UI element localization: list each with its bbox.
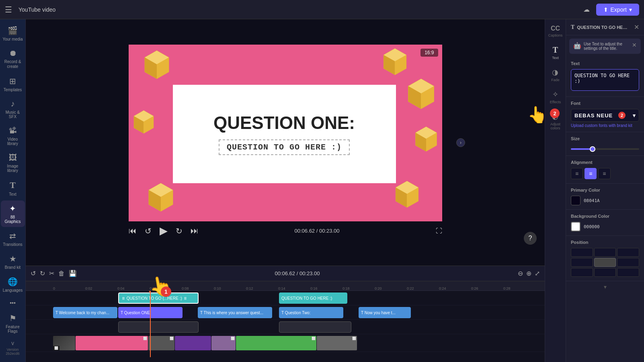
align-center-button[interactable]: ≡ [585, 168, 597, 179]
clip-whitebox-2[interactable] [279, 321, 351, 333]
adjust-colors-icon-item[interactable]: ◐ Adjustcolors [549, 110, 562, 133]
effects-icon-item[interactable]: ✧ Effects [548, 88, 562, 106]
pos-bot-left[interactable] [571, 268, 593, 277]
clip-whitebox-1[interactable] [118, 321, 199, 333]
font-selector[interactable]: BEBAS NEUE 2 ▾ [571, 109, 639, 122]
position-label: Position [571, 240, 639, 245]
track-row-video: ⬜ ⬜ ⬜ ⬜ [26, 334, 545, 352]
clip-now-you-have[interactable]: T Now you have t... [359, 307, 411, 318]
undo-button[interactable]: ↺ [31, 270, 36, 277]
pos-bot-right[interactable] [617, 268, 639, 277]
sidebar-item-video-library[interactable]: 📽 Video library [1, 123, 25, 149]
preview-wrapper: QUESTION ONE: QUESTION TO GO HERE :) 16:… [129, 45, 442, 240]
forward-button[interactable]: ↻ [176, 226, 183, 236]
ruler-mark: 0:06 [150, 286, 182, 290]
clip-answer[interactable]: T This is where you answer quest... [198, 307, 272, 318]
text-input[interactable]: QUESTION TO GO HERE :) [571, 69, 639, 91]
collapse-panel-button[interactable]: › [456, 138, 465, 147]
align-right-button[interactable]: ≡ [598, 168, 610, 179]
video-thumb: ⬜ [53, 336, 75, 350]
zoom-out-button[interactable]: ⊖ [518, 270, 523, 277]
main-layout: 🎬 Your media ⏺ Record &create ⊞ Template… [0, 19, 644, 362]
timeline-time: 00:06.62 / 00:23.00 [81, 270, 514, 276]
fade-icon-item[interactable]: ◑ Fade [550, 65, 561, 84]
pos-mid-right[interactable] [617, 258, 639, 267]
rewind-button[interactable]: ↺ [145, 226, 152, 236]
pos-top-center[interactable] [594, 248, 616, 257]
clip-question-to-go-1[interactable]: ⏸ QUESTION TO GO (...HERE :) ⏸ [118, 292, 199, 304]
cube-bottom-right [392, 179, 422, 209]
right-panel-area: CC Captions T Text ◑ Fade ✧ Effects ◐ Ad… [545, 19, 644, 362]
sidebar-item-feature-flags[interactable]: ⚑ Feature Flags [1, 310, 25, 337]
sidebar-item-transitions[interactable]: ⇄ Transitions [1, 228, 25, 250]
playback-controls: ⏮ ↺ ▶ ↻ ⏭ 00:06.62 / 00:23.00 ⛶ [129, 221, 442, 240]
ruler-mark: 0:02 [85, 286, 117, 290]
pos-top-right[interactable] [617, 248, 639, 257]
hamburger-menu[interactable]: ☰ [5, 5, 12, 14]
ruler-mark: 0 [53, 286, 85, 290]
sidebar-item-record-create[interactable]: ⏺ Record &create [1, 45, 25, 72]
ruler-mark: 0:20 [375, 286, 407, 290]
pos-mid-center[interactable] [594, 258, 616, 267]
primary-color-section: Primary Color 08041A [566, 184, 644, 210]
delete-button[interactable]: 🗑 [58, 270, 65, 277]
sidebar-item-brand-kit[interactable]: ★ Brand kit [1, 251, 25, 273]
media-icon: 🎬 [8, 26, 18, 35]
sidebar-item-more[interactable]: ••• [1, 297, 25, 309]
templates-icon: ⊞ [9, 76, 16, 86]
sidebar-item-text[interactable]: T Text [1, 177, 25, 200]
primary-color-row: 08041A [571, 196, 639, 205]
skip-back-button[interactable]: ⏮ [129, 226, 137, 235]
background-color-swatch[interactable] [571, 222, 580, 231]
upload-fonts-link[interactable]: Upload custom fonts with brand kit [571, 123, 639, 128]
skip-forward-button[interactable]: ⏭ [191, 226, 199, 235]
preview-main-title: QUESTION ONE: [213, 113, 355, 133]
captions-icon-item[interactable]: CC Captions [547, 22, 564, 40]
languages-icon: 🌐 [8, 277, 18, 286]
fit-button[interactable]: ⤢ [535, 270, 540, 277]
font-section-label: Font [571, 101, 639, 106]
sidebar-item-image-library[interactable]: 🖼 Image library [1, 150, 25, 176]
sidebar-item-templates[interactable]: ⊞ Templates [1, 73, 25, 95]
text-icon-item[interactable]: T Text [550, 43, 560, 62]
timeline-zoom: ⊖ ⊕ ⤢ [518, 270, 540, 277]
hint-close-button[interactable]: ✕ [632, 42, 637, 48]
save-button[interactable]: 💾 [69, 270, 77, 277]
clip-question-to-go-2[interactable]: QUESTION TO GO HERE :) [279, 292, 347, 304]
ruler-mark: 0:24 [439, 286, 471, 290]
sidebar-item-graphics[interactable]: ✦ 88 Graphics [1, 200, 25, 227]
redo-button[interactable]: ↻ [40, 270, 45, 277]
sidebar-item-music[interactable]: ♪ Music & SFX [1, 96, 25, 122]
playhead-marker: ▼ [148, 291, 152, 294]
pos-bot-center[interactable] [594, 268, 616, 277]
align-left-button[interactable]: ≡ [571, 168, 583, 179]
ruler-mark: 0:08 [182, 286, 214, 290]
help-button[interactable]: ? [524, 232, 537, 245]
sidebar-item-your-media[interactable]: 🎬 Your media [1, 22, 25, 45]
cut-button[interactable]: ✂ [49, 270, 54, 277]
ruler-mark: 0:04 [117, 286, 150, 290]
text-tool-icon: T [553, 45, 558, 55]
preview-subtitle[interactable]: QUESTION TO GO HERE :) [219, 139, 350, 155]
clip-question-two[interactable]: T Question Two: [279, 307, 343, 318]
text-props-icon: T [571, 24, 574, 31]
fullscreen-button[interactable]: ⛶ [436, 227, 442, 235]
zoom-in-button[interactable]: ⊕ [526, 270, 531, 277]
primary-color-swatch[interactable] [571, 196, 580, 205]
props-close-button[interactable]: ✕ [634, 23, 639, 31]
play-button[interactable]: ▶ [160, 225, 168, 237]
pos-mid-left[interactable] [571, 258, 593, 267]
cloud-icon: ☁ [583, 6, 590, 13]
feature-flags-icon: ⚑ [9, 313, 16, 323]
preview-container: QUESTION ONE: QUESTION TO GO HERE :) 16:… [26, 19, 545, 266]
sidebar-item-languages[interactable]: 🌐 Languages [1, 274, 25, 296]
timeline-tracks: ▼ ⏸ QUESTION TO GO (...HERE :) ⏸ QUESTIO… [26, 291, 545, 357]
left-sidebar: 🎬 Your media ⏺ Record &create ⊞ Template… [0, 19, 26, 362]
hint-emoji: 🤖 [573, 42, 581, 51]
pos-top-left[interactable] [571, 248, 593, 257]
version-icon: V [11, 342, 14, 346]
clip-welcome[interactable]: T Welcome back to my chan... [53, 307, 117, 318]
size-slider[interactable] [571, 148, 639, 150]
export-button[interactable]: ⬆ Export ▾ [596, 4, 639, 16]
text-sidebar-icon: T [10, 180, 16, 190]
